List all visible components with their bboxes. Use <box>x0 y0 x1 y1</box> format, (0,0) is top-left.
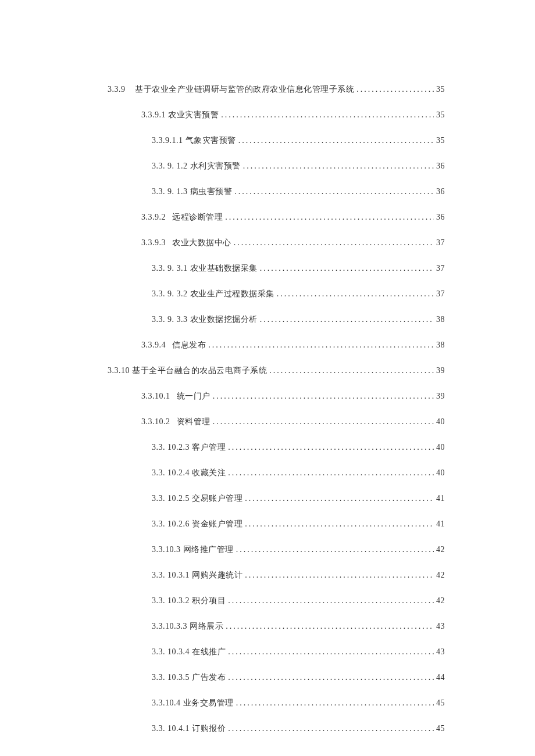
toc-title: 农业灾害预警 <box>168 110 219 120</box>
toc-leader-dots <box>234 238 434 248</box>
toc-number: 3.3. 9. 1.3 <box>152 187 188 196</box>
toc-entry: 3.3.10.3网络推广管理42 <box>108 544 445 555</box>
toc-title: 基于农业全产业链调研与监管的政府农业信息化管理子系统 <box>135 84 354 95</box>
toc-entry: 3.3.9.2远程诊断管理36 <box>108 212 445 223</box>
toc-page-number: 36 <box>436 213 445 222</box>
toc-title: 信息发布 <box>172 340 206 350</box>
toc-entry: 3.3. 10.3.5广告发布44 <box>108 672 445 683</box>
toc-entry: 3.3. 10.2.6资金账户管理41 <box>108 519 445 529</box>
toc-number: 3.3.9.3 <box>141 238 166 248</box>
toc-number: 3.3.9.4 <box>141 341 166 350</box>
toc-entry: 3.3. 9. 3.2农业生产过程数据采集37 <box>108 289 445 299</box>
toc-leader-dots <box>225 213 434 222</box>
toc-entry: 3.3. 10.3.4在线推广43 <box>108 647 445 657</box>
toc-page-number: 39 <box>436 392 445 401</box>
toc-leader-dots <box>213 417 434 427</box>
toc-page-number: 44 <box>436 673 445 682</box>
toc-number: 3.3. 10.2.5 <box>152 494 190 503</box>
toc-entry: 3.3.9.1.1气象灾害预警35 <box>108 135 445 146</box>
toc-title: 网络推广管理 <box>183 544 234 555</box>
toc-number: 3.3.10.1 <box>141 392 170 401</box>
toc-number: 3.3.9.1.1 <box>152 136 183 145</box>
toc-leader-dots <box>228 673 434 682</box>
toc-title: 网络展示 <box>190 621 223 632</box>
toc-page-number: 39 <box>436 366 445 375</box>
toc-leader-dots <box>213 392 434 401</box>
toc-leader-dots <box>228 468 434 478</box>
toc-page-number: 38 <box>436 341 445 350</box>
toc-page-number: 37 <box>436 264 445 273</box>
toc-page-number: 41 <box>436 519 445 529</box>
toc-entry: 3.3.10.3.3网络展示43 <box>108 621 445 632</box>
toc-entry: 3.3. 9. 3.3农业数据挖掘分析38 <box>108 314 445 325</box>
toc-title: 积分项目 <box>192 596 226 606</box>
toc-number: 3.3. 10.3.4 <box>152 647 190 657</box>
toc-entry: 3.3.9.1农业灾害预警35 <box>108 110 445 120</box>
toc-entry: 3.3. 10.2.3客户管理40 <box>108 442 445 453</box>
toc-page-number: 45 <box>436 698 445 708</box>
toc-leader-dots <box>208 341 434 350</box>
toc-page-number: 36 <box>436 162 445 171</box>
toc-title: 收藏关注 <box>192 468 226 478</box>
toc-entry: 3.3.9基于农业全产业链调研与监管的政府农业信息化管理子系统35 <box>108 84 445 95</box>
toc-number: 3.3. 10.3.2 <box>152 596 190 605</box>
toc-title: 交易账户管理 <box>192 493 242 504</box>
toc-number: 3.3. 10.3.1 <box>152 571 190 580</box>
toc-number: 3.3.9.2 <box>141 213 166 222</box>
toc-leader-dots <box>277 289 434 299</box>
toc-page-number: 40 <box>436 417 445 427</box>
toc-title: 在线推广 <box>192 647 226 657</box>
toc-title: 远程诊断管理 <box>172 212 223 223</box>
toc-page-number: 35 <box>436 136 445 145</box>
toc-entry: 3.3.10.1统一门户39 <box>108 391 445 402</box>
toc-page-number: 40 <box>436 443 445 452</box>
toc-entry: 3.3.10.4业务交易管理45 <box>108 698 445 708</box>
toc-title: 气象灾害预警 <box>186 135 236 146</box>
toc-page-number: 42 <box>436 596 445 605</box>
toc-entry: 3.3. 10.3.1网购兴趣统计42 <box>108 570 445 581</box>
toc-number: 3.3. 10.2.3 <box>152 443 190 452</box>
toc-number: 3.3.10.3 <box>152 545 181 554</box>
toc-number: 3.3. 10.3.5 <box>152 673 190 682</box>
toc-leader-dots <box>260 264 434 273</box>
toc-entry: 3.3.9.3农业大数据中心37 <box>108 238 445 248</box>
toc-leader-dots <box>236 698 434 708</box>
toc-number: 3.3. 9. 3.3 <box>152 315 188 324</box>
toc-entry: 3.3. 9. 3.1农业基础数据采集37 <box>108 263 445 274</box>
toc-title: 广告发布 <box>192 672 226 683</box>
toc-title: 订购报价 <box>192 723 226 734</box>
toc-leader-dots <box>228 443 434 452</box>
toc-page-number: 43 <box>436 622 445 631</box>
toc-title: 基于全平台融合的农品云电商子系统 <box>132 366 267 376</box>
toc-page-number: 37 <box>436 238 445 248</box>
toc-page-number: 41 <box>436 494 445 503</box>
toc-leader-dots <box>226 622 434 631</box>
toc-page-number: 35 <box>436 85 445 94</box>
toc-entry: 3.3.9.4信息发布38 <box>108 340 445 350</box>
toc-leader-dots <box>221 110 434 120</box>
toc-title: 农业基础数据采集 <box>190 263 258 274</box>
toc-page-number: 38 <box>436 315 445 324</box>
toc-leader-dots <box>356 85 434 94</box>
toc-page-number: 45 <box>436 724 445 733</box>
toc-leader-dots <box>243 162 434 171</box>
toc-number: 3.3.10.2 <box>141 417 170 427</box>
toc-number: 3.3. 10.4.1 <box>152 724 190 733</box>
toc-entry: 3.3. 9. 1.3病虫害预警36 <box>108 187 445 197</box>
toc-number: 3.3. 9. 3.1 <box>152 264 188 273</box>
toc-page-number: 35 <box>436 110 445 120</box>
toc-entry: 3.3.10基于全平台融合的农品云电商子系统39 <box>108 366 445 376</box>
toc-page-number: 42 <box>436 545 445 554</box>
toc-number: 3.3. 10.2.6 <box>152 519 190 529</box>
toc-number: 3.3.10 <box>108 366 130 375</box>
toc-leader-dots <box>245 519 434 529</box>
toc-page-number: 40 <box>436 468 445 478</box>
toc-entry: 3.3. 9. 1.2水利灾害预警36 <box>108 161 445 171</box>
toc-number: 3.3.9.1 <box>141 110 166 120</box>
toc-page-number: 37 <box>436 289 445 299</box>
toc-leader-dots <box>234 187 434 196</box>
toc-number: 3.3.9 <box>108 85 126 94</box>
toc-leader-dots <box>269 366 434 375</box>
toc-leader-dots <box>228 596 434 605</box>
toc-page: 3.3.9基于农业全产业链调研与监管的政府农业信息化管理子系统353.3.9.1… <box>0 0 535 734</box>
